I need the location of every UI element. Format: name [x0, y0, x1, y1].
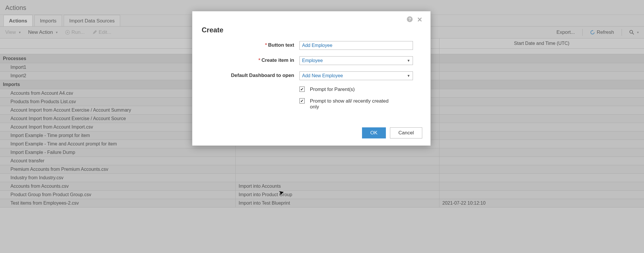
dialog-title: Create	[202, 26, 422, 34]
close-icon[interactable]: ✕	[417, 16, 422, 24]
svg-text:?: ?	[408, 17, 411, 22]
help-icon[interactable]: ?	[407, 16, 413, 24]
ok-button[interactable]: OK	[362, 127, 386, 138]
prompt-show-all-label: Prompt to show all/ recently created onl…	[310, 98, 397, 110]
chevron-down-icon: ▼	[407, 74, 410, 78]
default-dashboard-value: Add New Employee	[302, 73, 343, 78]
prompt-show-all-checkbox[interactable]: ✔	[299, 98, 305, 103]
default-dashboard-select[interactable]: Add New Employee ▼	[299, 71, 413, 80]
default-dashboard-label: Default Dashboard to open	[231, 73, 294, 78]
cancel-button[interactable]: Cancel	[390, 127, 422, 138]
prompt-parents-label: Prompt for Parent(s)	[310, 87, 355, 92]
create-item-in-select[interactable]: Employee ▼	[299, 56, 413, 65]
prompt-parents-checkbox[interactable]: ✔	[299, 87, 305, 92]
create-dialog: ? ✕ Create *Button text *Create item in …	[192, 11, 431, 146]
button-text-label: Button text	[268, 42, 294, 48]
chevron-down-icon: ▼	[407, 59, 410, 63]
create-item-in-value: Employee	[302, 58, 323, 63]
create-item-in-label: Create item in	[262, 57, 294, 63]
button-text-input[interactable]	[299, 41, 413, 50]
